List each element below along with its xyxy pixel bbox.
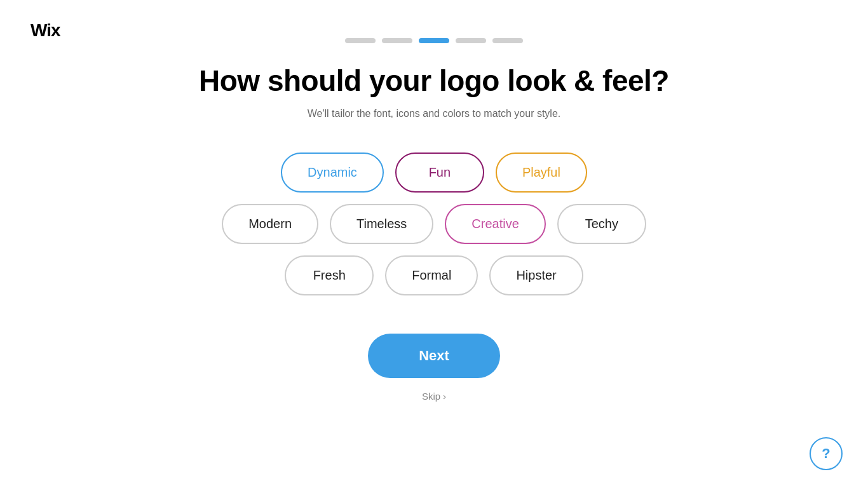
option-hipster[interactable]: Hipster — [489, 255, 583, 295]
progress-step-4 — [456, 38, 486, 43]
wix-logo: Wix — [31, 20, 60, 41]
page-subtitle: We'll tailor the font, icons and colors … — [308, 108, 561, 119]
options-row-1: Dynamic Fun Playful — [281, 152, 587, 193]
next-button[interactable]: Next — [368, 334, 500, 378]
option-playful[interactable]: Playful — [496, 152, 587, 193]
progress-step-1 — [345, 38, 376, 43]
option-fun[interactable]: Fun — [395, 152, 484, 193]
option-dynamic[interactable]: Dynamic — [281, 152, 384, 193]
options-row-3: Fresh Formal Hipster — [285, 255, 583, 295]
skip-label: Skip — [422, 391, 440, 402]
actions-container: Next Skip › — [368, 334, 500, 402]
option-formal[interactable]: Formal — [385, 255, 478, 295]
page-title: How should your logo look & feel? — [199, 64, 669, 98]
option-techy[interactable]: Techy — [557, 204, 646, 244]
option-modern[interactable]: Modern — [222, 204, 318, 244]
option-timeless[interactable]: Timeless — [330, 204, 433, 244]
progress-step-5 — [492, 38, 523, 43]
options-row-2: Modern Timeless Creative Techy — [222, 204, 646, 244]
help-button[interactable]: ? — [810, 437, 843, 470]
option-fresh[interactable]: Fresh — [285, 255, 374, 295]
progress-step-2 — [382, 38, 412, 43]
skip-chevron-icon: › — [443, 391, 446, 402]
skip-link[interactable]: Skip › — [422, 391, 446, 402]
options-container: Dynamic Fun Playful Modern Timeless Crea… — [222, 152, 646, 295]
main-content: How should your logo look & feel? We'll … — [0, 0, 868, 402]
progress-step-3 — [419, 38, 449, 43]
progress-bar — [345, 38, 523, 43]
option-creative[interactable]: Creative — [445, 204, 545, 244]
